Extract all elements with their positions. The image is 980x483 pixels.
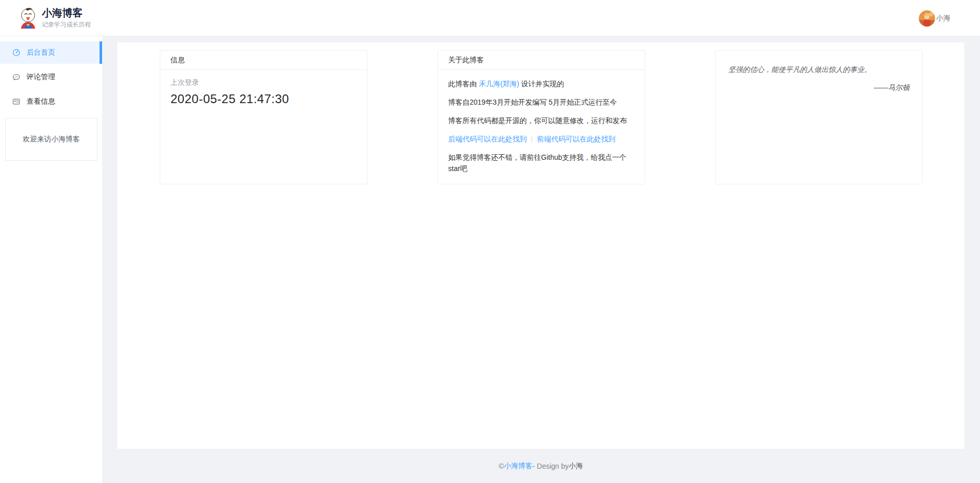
frontend-code-link[interactable]: 前端代码可以在此处找到 (537, 135, 616, 143)
footer-designer: 小海 (569, 462, 583, 471)
sidebar-item-dashboard[interactable]: 后台首页 (0, 41, 102, 64)
sidebar-item-view-info[interactable]: 查看信息 (0, 90, 102, 113)
page-footer: © 小海博客 - Design by 小海 (117, 449, 964, 483)
sidebar-item-label: 后台首页 (27, 48, 55, 57)
info-card-title: 信息 (160, 51, 367, 70)
about-line-history: 博客自2019年3月开始开发编写 5月开始正式运行至今 (448, 96, 634, 108)
welcome-text: 欢迎来访小海博客 (23, 135, 80, 144)
sidebar-item-comments[interactable]: 评论管理 (0, 66, 102, 88)
sidebar-item-label: 评论管理 (27, 73, 55, 82)
footer-site-link[interactable]: 小海博客 (504, 462, 532, 471)
welcome-box: 欢迎来访小海博客 (5, 118, 97, 161)
about-card-title: 关于此博客 (438, 51, 645, 70)
author-link[interactable]: 禾几海(郑海) (479, 80, 519, 88)
last-login-label: 上次登录 (170, 78, 357, 87)
sidebar-item-label: 查看信息 (27, 97, 55, 106)
user-name: 小海 (936, 14, 950, 23)
site-subtitle: 记录学习成长历程 (42, 20, 91, 29)
about-line1-prefix: 此博客由 (448, 80, 479, 88)
site-brand[interactable]: 小海博客 记录学习成长历程 (19, 7, 91, 29)
comments-icon (12, 73, 20, 81)
user-avatar (919, 10, 935, 27)
about-line1-suffix: 设计并实现的 (519, 80, 564, 88)
sidebar-menu: 后台首页 评论管理 (0, 36, 102, 113)
about-line-star: 如果觉得博客还不错，请前往Github支持我，给我点一个star吧 (448, 152, 634, 174)
cards-row: 信息 上次登录 2020-05-25 21:47:30 关于此博客 此博客由 禾… (117, 42, 964, 184)
active-indicator (100, 41, 102, 64)
user-menu[interactable]: 小海 (919, 0, 950, 36)
link-divider: | (531, 135, 533, 143)
quote-card: 坚强的信心，能使平凡的人做出惊人的事业。 ——马尔顿 (715, 50, 923, 184)
backend-code-link[interactable]: 后端代码可以在此处找到 (448, 135, 527, 143)
about-line-author: 此博客由 禾几海(郑海) 设计并实现的 (448, 78, 634, 89)
about-line-opensource: 博客所有代码都是开源的，你可以随意修改，运行和发布 (448, 115, 634, 126)
footer-middle-text: - Design by (532, 462, 569, 470)
sidebar: 后台首页 评论管理 (0, 36, 102, 483)
site-logo-icon (19, 7, 37, 29)
info-card: 信息 上次登录 2020-05-25 21:47:30 (160, 50, 368, 184)
about-line-code-links: 后端代码可以在此处找到|前端代码可以在此处找到 (448, 133, 634, 144)
dashboard-icon (12, 49, 20, 57)
quote-text: 坚强的信心，能使平凡的人做出惊人的事业。 (728, 64, 910, 75)
copyright-symbol: © (499, 462, 504, 470)
about-card: 关于此博客 此博客由 禾几海(郑海) 设计并实现的 博客自2019年3月开始开发… (437, 50, 645, 184)
site-title: 小海博客 (42, 7, 91, 19)
last-login-value: 2020-05-25 21:47:30 (170, 92, 357, 106)
main-content: 信息 上次登录 2020-05-25 21:47:30 关于此博客 此博客由 禾… (117, 42, 964, 449)
info-card-icon (12, 98, 20, 106)
quote-author: ——马尔顿 (728, 83, 910, 92)
top-header: 小海博客 记录学习成长历程 小海 (0, 0, 980, 36)
